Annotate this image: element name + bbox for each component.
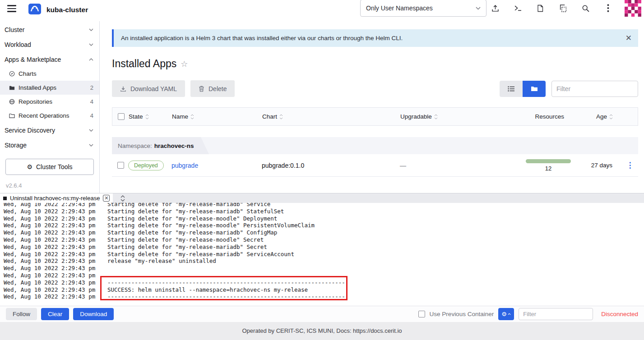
- top-header: kuba-cluster Only User Namespaces: [0, 0, 644, 21]
- resources-cell: 12: [501, 159, 573, 172]
- delete-button[interactable]: Delete: [190, 80, 235, 97]
- import-yaml-icon[interactable]: [491, 4, 500, 13]
- cluster-brand[interactable]: kuba-cluster: [28, 2, 88, 18]
- log-line: Wed, Aug 10 2022 2:29:43 pmStarting dele…: [4, 236, 644, 244]
- copy-kubeconfig-icon[interactable]: [558, 4, 567, 13]
- sort-icon: [434, 114, 438, 119]
- gear-icon: ⚙: [27, 163, 32, 170]
- user-avatar[interactable]: [625, 0, 641, 17]
- log-line: Wed, Aug 10 2022 2:29:43 pmStarting dele…: [4, 222, 644, 229]
- column-header-resources[interactable]: Resources: [501, 113, 574, 120]
- terminal-footer: Follow Clear Download Use Previous Conta…: [0, 306, 644, 322]
- namespace-filter-dropdown[interactable]: Only User Namespaces: [360, 0, 486, 17]
- flat-list-view-button[interactable]: [500, 81, 523, 97]
- page-toolbar: Download YAML Delete: [112, 80, 638, 97]
- kebab-menu-icon[interactable]: [603, 4, 612, 13]
- sidebar-item-label: Installed Apps: [19, 84, 56, 91]
- terminal-log-output[interactable]: Wed, Aug 10 2022 2:29:43 pmStarting dele…: [0, 203, 644, 306]
- terminal-tab-title: Uninstall hrachovec-ns:my-release: [10, 195, 100, 202]
- chart-version: pubgrade:0.1.0: [262, 162, 400, 169]
- upgradable-value: —: [400, 162, 501, 169]
- column-header-name[interactable]: Name: [172, 113, 262, 120]
- sidebar-group-label: Storage: [5, 142, 27, 149]
- download-log-button[interactable]: Download: [73, 308, 114, 320]
- rancher-version: v2.6.4: [6, 182, 99, 189]
- view-mode-toggle: [500, 81, 546, 97]
- hamburger-menu-icon[interactable]: [7, 5, 16, 12]
- log-line: Wed, Aug 10 2022 2:29:43 pmStarting dele…: [4, 208, 644, 215]
- sort-icon: [190, 114, 194, 119]
- column-header-state[interactable]: State: [129, 113, 172, 120]
- chevron-down-icon: [89, 129, 93, 132]
- header-actions: [491, 4, 612, 13]
- sort-icon: [609, 114, 613, 119]
- follow-button[interactable]: Follow: [6, 308, 37, 320]
- sidebar-group-label: Service Discovery: [5, 127, 55, 134]
- cluster-name: kuba-cluster: [46, 6, 88, 14]
- sidebar-group-label: Apps & Marketplace: [5, 56, 61, 63]
- sidebar-group-storage[interactable]: Storage: [0, 138, 99, 152]
- age-value: 27 days: [573, 162, 622, 169]
- log-line: Wed, Aug 10 2022 2:29:43 pm: [4, 272, 644, 279]
- download-yaml-button[interactable]: Download YAML: [112, 80, 185, 97]
- sidebar-item-label: Recent Operations: [19, 112, 69, 119]
- cluster-tools-button[interactable]: ⚙ Cluster Tools: [5, 159, 94, 175]
- sidebar-group-apps-marketplace[interactable]: Apps & Marketplace: [0, 52, 99, 67]
- sidebar-group-cluster[interactable]: Cluster: [0, 22, 99, 37]
- close-tab-icon[interactable]: ✕: [103, 195, 110, 202]
- namespace-group-row: Namespace: hrachovec-ns: [112, 137, 638, 154]
- sidebar-item-installed-apps[interactable]: Installed Apps 2: [0, 81, 99, 95]
- terminal-tab[interactable]: Uninstall hrachovec-ns:my-release ✕: [0, 193, 113, 203]
- panel-resize-icon[interactable]: [120, 195, 125, 202]
- status-badge: Deployed: [128, 161, 164, 170]
- terminal-panel: Uninstall hrachovec-ns:my-release ✕ Wed,…: [0, 193, 644, 322]
- namespace-filter-value: Only User Namespaces: [366, 5, 433, 12]
- column-header-chart[interactable]: Chart: [262, 113, 400, 120]
- log-line: Wed, Aug 10 2022 2:29:43 pmStarting dele…: [4, 251, 644, 258]
- info-banner-text: An installed application is a Helm 3 cha…: [121, 35, 403, 41]
- terminal-tab-bar: Uninstall hrachovec-ns:my-release ✕: [0, 193, 644, 203]
- grouped-view-button[interactable]: [523, 81, 546, 97]
- sidebar-group-service-discovery[interactable]: Service Discovery: [0, 123, 99, 138]
- sidebar-item-count: 2: [90, 84, 93, 91]
- chevron-up-icon: [89, 58, 93, 61]
- app-name-link[interactable]: pubgrade: [171, 162, 198, 169]
- resources-count: 12: [526, 165, 571, 172]
- log-line: Wed, Aug 10 2022 2:29:43 pmrelease "my-r…: [4, 257, 644, 265]
- log-line: Wed, Aug 10 2022 2:29:43 pmStarting dele…: [4, 244, 644, 251]
- sidebar-item-label: Repositories: [19, 98, 52, 105]
- table-row: Deployed pubgrade pubgrade:0.1.0 — 12 27…: [112, 154, 638, 177]
- sidebar-item-charts[interactable]: Charts: [0, 67, 99, 81]
- tab-status-icon: [3, 197, 7, 200]
- sidebar-item-label: Charts: [19, 70, 37, 77]
- clear-button[interactable]: Clear: [41, 308, 69, 320]
- close-icon[interactable]: ✕: [625, 33, 632, 43]
- table-filter-input[interactable]: [551, 81, 638, 97]
- operator-footer-text: Operated by CERIT-SC, ICS MUNI, Docs: ht…: [242, 327, 402, 340]
- sidebar-group-label: Cluster: [5, 26, 24, 33]
- select-all-checkbox[interactable]: [118, 113, 125, 120]
- table-header-row: State Name Chart Upgradable Resources Ag…: [112, 107, 638, 126]
- search-icon[interactable]: [581, 4, 590, 13]
- log-line: Wed, Aug 10 2022 2:29:43 pm: [4, 265, 644, 272]
- download-yaml-label: Download YAML: [130, 85, 177, 92]
- row-actions-kebab-icon[interactable]: ⋮: [622, 161, 638, 170]
- sidebar-item-repositories[interactable]: Repositories 4: [0, 95, 99, 109]
- column-header-upgradable[interactable]: Upgradable: [400, 113, 501, 120]
- log-settings-button[interactable]: ⚙: [498, 308, 514, 320]
- use-previous-container-checkbox[interactable]: [418, 311, 425, 317]
- row-checkbox[interactable]: [117, 162, 124, 169]
- log-line: Wed, Aug 10 2022 2:29:43 pm-------------…: [4, 293, 644, 300]
- chevron-down-icon: [89, 28, 93, 31]
- log-filter-input[interactable]: [519, 308, 593, 320]
- installed-apps-table: State Name Chart Upgradable Resources Ag…: [112, 107, 638, 177]
- kubeconfig-file-icon[interactable]: [536, 4, 545, 13]
- sidebar-group-workload[interactable]: Workload: [0, 37, 99, 52]
- sidebar-item-recent-operations[interactable]: Recent Operations 4: [0, 109, 99, 123]
- favorite-star-icon[interactable]: ☆: [181, 59, 188, 69]
- column-header-age[interactable]: Age: [574, 113, 622, 120]
- sort-icon: [145, 114, 149, 119]
- connection-status: Disconnected: [601, 311, 638, 317]
- folder-outline-icon: [9, 113, 15, 119]
- kubectl-shell-icon[interactable]: [513, 4, 522, 13]
